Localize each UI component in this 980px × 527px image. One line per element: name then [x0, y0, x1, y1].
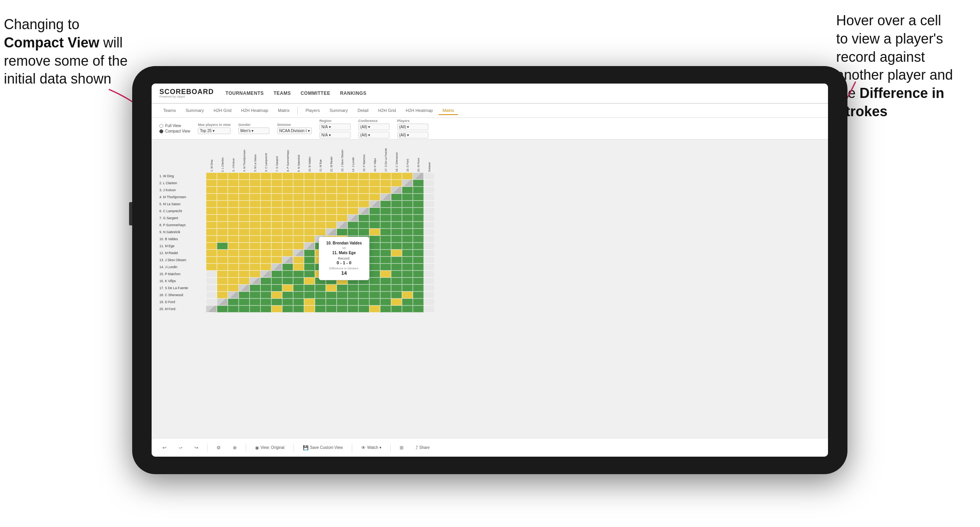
grid-cell-3-1[interactable]	[217, 284, 228, 291]
grid-cell-1-11[interactable]	[326, 298, 337, 305]
grid-cell-5-2[interactable]	[228, 270, 239, 277]
grid-cell-16-7[interactable]	[282, 194, 293, 201]
grid-cell-18-11[interactable]	[326, 180, 337, 187]
grid-cell-16-9[interactable]	[304, 194, 315, 201]
grid-cell-6-17[interactable]	[391, 264, 402, 270]
save-custom-btn[interactable]: 💾 Save Custom View	[300, 443, 346, 452]
grid-cell-5-6[interactable]	[271, 270, 282, 277]
grid-cell-17-3[interactable]	[239, 187, 250, 194]
grid-cell-1-2[interactable]	[228, 298, 239, 305]
grid-cell-7-7[interactable]	[282, 257, 293, 264]
grid-cell-14-11[interactable]	[326, 208, 337, 215]
grid-cell-19-16[interactable]	[380, 173, 391, 180]
grid-cell-19-6[interactable]	[271, 173, 282, 180]
grid-cell-0-12[interactable]	[337, 305, 348, 312]
grid-cell-7-17[interactable]	[391, 257, 402, 264]
grid-cell-4-1[interactable]	[217, 277, 228, 284]
grid-cell-15-8[interactable]	[293, 201, 304, 208]
grid-cell-11-3[interactable]	[239, 229, 250, 236]
grid-cell-17-19[interactable]	[413, 187, 424, 194]
grid-cell-11-13[interactable]	[348, 229, 358, 236]
grid-cell-13-4[interactable]	[250, 215, 260, 222]
grid-cell-7-6[interactable]	[271, 257, 282, 264]
grid-cell-16-2[interactable]	[228, 194, 239, 201]
grid-cell-18-1[interactable]	[217, 180, 228, 187]
grid-cell-19-0[interactable]	[206, 173, 217, 180]
grid-cell-1-10[interactable]	[315, 298, 326, 305]
grid-cell-3-7[interactable]	[282, 284, 293, 291]
grid-cell-10-4[interactable]	[250, 236, 260, 243]
grid-cell-2-13[interactable]	[348, 291, 358, 298]
grid-cell-19-7[interactable]	[282, 173, 293, 180]
grid-cell-18-13[interactable]	[348, 180, 358, 187]
grid-cell-15-4[interactable]	[250, 201, 260, 208]
grid-cell-18-9[interactable]	[304, 180, 315, 187]
grid-cell-1-18[interactable]	[402, 298, 413, 305]
grid-cell-13-6[interactable]	[271, 215, 282, 222]
grid-cell-17-6[interactable]	[271, 187, 282, 194]
grid-cell-16-20[interactable]	[424, 194, 435, 201]
grid-cell-19-2[interactable]	[228, 173, 239, 180]
grid-cell-14-5[interactable]	[260, 208, 271, 215]
grid-cell-10-18[interactable]	[402, 236, 413, 243]
grid-cell-0-13[interactable]	[348, 305, 358, 312]
grid-cell-15-1[interactable]	[217, 201, 228, 208]
grid-cell-19-18[interactable]	[402, 173, 413, 180]
grid-cell-6-15[interactable]	[369, 264, 380, 270]
grid-cell-8-2[interactable]	[228, 250, 239, 257]
grid-cell-13-11[interactable]	[326, 215, 337, 222]
grid-cell-8-16[interactable]	[380, 250, 391, 257]
grid-cell-10-1[interactable]	[217, 236, 228, 243]
grid-cell-6-20[interactable]	[424, 264, 435, 270]
grid-cell-8-19[interactable]	[413, 250, 424, 257]
grid-cell-3-9[interactable]	[304, 284, 315, 291]
grid-cell-0-3[interactable]	[239, 305, 250, 312]
grid-cell-17-5[interactable]	[260, 187, 271, 194]
grid-cell-3-0[interactable]	[206, 284, 217, 291]
grid-cell-10-20[interactable]	[424, 236, 435, 243]
grid-cell-11-12[interactable]	[337, 229, 348, 236]
grid-cell-17-4[interactable]	[250, 187, 260, 194]
grid-cell-4-19[interactable]	[413, 277, 424, 284]
grid-cell-0-2[interactable]	[228, 305, 239, 312]
grid-cell-18-8[interactable]	[293, 180, 304, 187]
grid-cell-16-8[interactable]	[293, 194, 304, 201]
grid-cell-8-15[interactable]	[369, 250, 380, 257]
grid-cell-2-12[interactable]	[337, 291, 348, 298]
grid-cell-12-19[interactable]	[413, 222, 424, 229]
grid-cell-8-3[interactable]	[239, 250, 250, 257]
grid-cell-18-2[interactable]	[228, 180, 239, 187]
grid-cell-0-7[interactable]	[282, 305, 293, 312]
grid-cell-17-12[interactable]	[337, 187, 348, 194]
grid-cell-7-16[interactable]	[380, 257, 391, 264]
grid-cell-5-0[interactable]	[206, 270, 217, 277]
grid-cell-8-7[interactable]	[282, 250, 293, 257]
grid-cell-17-13[interactable]	[348, 187, 358, 194]
grid-cell-13-1[interactable]	[217, 215, 228, 222]
grid-cell-1-14[interactable]	[358, 298, 369, 305]
subnav-players[interactable]: Players	[302, 106, 324, 115]
grid-cell-12-9[interactable]	[304, 222, 315, 229]
grid-cell-1-20[interactable]	[424, 298, 435, 305]
grid-cell-11-9[interactable]	[304, 229, 315, 236]
grid-cell-5-19[interactable]	[413, 270, 424, 277]
grid-cell-2-1[interactable]	[217, 291, 228, 298]
grid-cell-3-17[interactable]	[391, 284, 402, 291]
grid-cell-4-20[interactable]	[424, 277, 435, 284]
grid-cell-7-5[interactable]	[260, 257, 271, 264]
grid-cell-1-7[interactable]	[282, 298, 293, 305]
nav-teams[interactable]: TEAMS	[274, 91, 291, 96]
grid-cell-15-3[interactable]	[239, 201, 250, 208]
grid-cell-14-14[interactable]	[358, 208, 369, 215]
grid-cell-10-9[interactable]	[304, 236, 315, 243]
subnav-summary[interactable]: Summary	[182, 106, 208, 115]
view-original-btn[interactable]: ◉ View: Original	[252, 443, 288, 452]
grid-cell-18-6[interactable]	[271, 180, 282, 187]
grid-cell-5-9[interactable]	[304, 270, 315, 277]
compact-view-option[interactable]: Compact View	[159, 129, 190, 133]
grid-cell-14-20[interactable]	[424, 208, 435, 215]
grid-cell-5-17[interactable]	[391, 270, 402, 277]
subnav-h2h-grid[interactable]: H2H Grid	[210, 106, 235, 115]
subnav-teams[interactable]: Teams	[159, 106, 180, 115]
grid-cell-4-6[interactable]	[271, 277, 282, 284]
